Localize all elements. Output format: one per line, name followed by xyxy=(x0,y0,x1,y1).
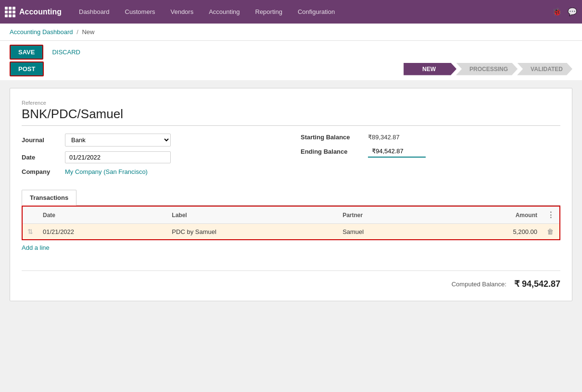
status-processing[interactable]: PROCESSING xyxy=(456,63,518,75)
nav-customers[interactable]: Customers xyxy=(117,0,163,24)
row-amount[interactable]: 5,200.00 xyxy=(435,224,542,240)
table-row: ⇅ 01/21/2022 PDC by Samuel Samuel 5,200.… xyxy=(22,224,560,240)
status-validated[interactable]: VALIDATED xyxy=(517,63,572,75)
journal-value: Bank xyxy=(65,134,281,147)
ending-balance-input[interactable] xyxy=(368,146,426,158)
col-label: Label xyxy=(167,206,338,224)
app-logo[interactable]: Accounting xyxy=(5,7,62,17)
col-date: Date xyxy=(38,206,167,224)
table-options-icon[interactable]: ⋮ xyxy=(547,211,555,219)
row-drag[interactable]: ⇅ xyxy=(22,224,38,240)
breadcrumb-bar: Accounting Dashboard / New xyxy=(0,24,582,41)
starting-balance-row: Starting Balance ₹89,342.87 xyxy=(301,134,560,141)
nav-accounting[interactable]: Accounting xyxy=(201,0,247,24)
company-link[interactable]: My Company (San Francisco) xyxy=(65,168,148,175)
breadcrumb-separator: / xyxy=(76,28,78,36)
company-row: Company My Company (San Francisco) xyxy=(22,168,281,175)
top-navigation: Accounting Dashboard Customers Vendors A… xyxy=(0,0,582,24)
form-fields-row: Journal Bank Date Company xyxy=(22,134,560,180)
journal-select[interactable]: Bank xyxy=(65,134,171,147)
top-menu: Dashboard Customers Vendors Accounting R… xyxy=(71,0,552,24)
company-label: Company xyxy=(22,168,65,175)
discard-button[interactable]: DISCARD xyxy=(48,46,84,59)
nav-vendors[interactable]: Vendors xyxy=(163,0,201,24)
post-button[interactable]: POST xyxy=(10,61,44,76)
left-fields: Journal Bank Date Company xyxy=(22,134,281,180)
nav-configuration[interactable]: Configuration xyxy=(290,0,342,24)
tabs-container: Transactions xyxy=(22,190,560,206)
app-title: Accounting xyxy=(19,8,62,16)
tab-transactions[interactable]: Transactions xyxy=(22,190,76,206)
reference-section: Reference BNK/PDC/Samuel xyxy=(22,100,560,126)
breadcrumb-current: New xyxy=(82,28,94,36)
apps-grid-icon[interactable] xyxy=(5,7,15,17)
right-fields: Starting Balance ₹89,342.87 Ending Balan… xyxy=(301,134,560,180)
journal-row: Journal Bank xyxy=(22,134,281,147)
table-header-row: Date Label Partner Amount ⋮ xyxy=(22,206,560,224)
nav-reporting[interactable]: Reporting xyxy=(248,0,290,24)
transactions-table: Date Label Partner Amount ⋮ ⇅ 01/21/2022… xyxy=(22,206,560,240)
col-actions: ⋮ xyxy=(542,206,560,224)
starting-balance-value: ₹89,342.87 xyxy=(368,134,400,141)
row-delete[interactable]: 🗑 xyxy=(542,224,560,240)
date-value xyxy=(65,151,281,163)
computed-balance-section: Computed Balance: ₹ 94,542.87 xyxy=(22,270,560,289)
bug-icon[interactable]: 🐞 xyxy=(552,7,562,16)
date-row: Date xyxy=(22,151,281,163)
drag-handle-icon[interactable]: ⇅ xyxy=(27,228,33,235)
nav-dashboard[interactable]: Dashboard xyxy=(71,0,117,24)
starting-balance-label: Starting Balance xyxy=(301,134,368,141)
date-label: Date xyxy=(22,154,65,161)
row-date[interactable]: 01/21/2022 xyxy=(38,224,167,240)
company-value: My Company (San Francisco) xyxy=(65,168,281,175)
topnav-right: 🐞 💬 xyxy=(552,7,577,16)
add-line-link[interactable]: Add a line xyxy=(22,244,50,251)
row-partner[interactable]: Samuel xyxy=(338,224,435,240)
status-new[interactable]: NEW xyxy=(404,63,456,75)
form-card: Reference BNK/PDC/Samuel Journal Bank Da… xyxy=(10,88,572,301)
reference-label: Reference xyxy=(22,100,560,106)
ending-balance-label: Ending Balance xyxy=(301,148,368,155)
reference-value: BNK/PDC/Samuel xyxy=(22,107,560,126)
status-pipeline: NEW PROCESSING VALIDATED xyxy=(404,63,572,75)
row-label[interactable]: PDC by Samuel xyxy=(167,224,338,240)
save-button[interactable]: SAVE xyxy=(10,45,43,60)
date-input[interactable] xyxy=(65,151,171,163)
computed-balance-label: Computed Balance: xyxy=(452,281,506,288)
col-partner: Partner xyxy=(338,206,435,224)
delete-row-icon[interactable]: 🗑 xyxy=(547,228,554,235)
computed-balance-value: ₹ 94,542.87 xyxy=(514,279,560,289)
main-content: Reference BNK/PDC/Samuel Journal Bank Da… xyxy=(0,80,582,309)
breadcrumb-parent[interactable]: Accounting Dashboard xyxy=(10,28,73,36)
action-bar: SAVE DISCARD POST NEW PROCESSING VALIDAT… xyxy=(0,41,582,80)
col-drag xyxy=(22,206,38,224)
col-amount: Amount xyxy=(435,206,542,224)
chat-icon[interactable]: 💬 xyxy=(568,7,577,16)
breadcrumb: Accounting Dashboard / New xyxy=(10,28,572,36)
journal-label: Journal xyxy=(22,136,65,144)
ending-balance-row: Ending Balance xyxy=(301,146,560,158)
